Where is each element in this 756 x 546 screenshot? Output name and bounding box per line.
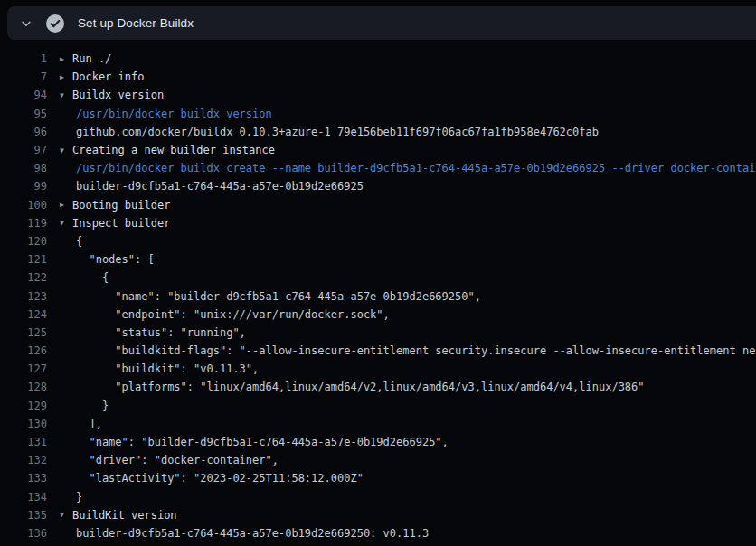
- log-text-container: {: [60, 235, 82, 248]
- log-line: 120{: [0, 232, 756, 250]
- log-output-text: builder-d9cfb5a1-c764-445a-a57e-0b19d2e6…: [60, 180, 364, 193]
- log-line: 121 "nodes": [: [0, 250, 756, 268]
- line-number[interactable]: 127: [0, 362, 47, 375]
- line-number[interactable]: 131: [0, 436, 47, 448]
- line-number[interactable]: 96: [0, 126, 47, 138]
- log-line: 94▼Buildx version: [0, 86, 756, 104]
- log-output-text: "platforms": "linux/amd64,linux/amd64/v2…: [60, 381, 645, 393]
- line-number[interactable]: 125: [0, 326, 47, 339]
- log-line: 132 "driver": "docker-container",: [0, 451, 756, 469]
- log-output-text: }: [60, 491, 82, 504]
- log-output-text: "buildkitd-flags": "--allow-insecure-ent…: [60, 344, 756, 357]
- log-output-text: ],: [60, 418, 102, 430]
- line-number[interactable]: 100: [0, 199, 47, 212]
- log-text-container: "platforms": "linux/amd64,linux/amd64/v2…: [60, 381, 645, 393]
- log-text-container: /usr/bin/docker buildx create --name bui…: [60, 162, 756, 174]
- line-number[interactable]: 124: [0, 308, 47, 321]
- log-line: 135▼BuildKit version: [0, 506, 756, 524]
- line-number[interactable]: 130: [0, 418, 47, 430]
- log-line: 133 "lastActivity": "2023-02-25T11:58:12…: [0, 469, 756, 487]
- line-number[interactable]: 129: [0, 400, 47, 412]
- group-collapsed-icon: ▶: [60, 201, 72, 209]
- log-text-container: ],: [60, 418, 102, 430]
- group-expanded-icon: ▼: [60, 219, 72, 227]
- log-group-toggle[interactable]: ▼Buildx version: [60, 89, 164, 101]
- log-line: 97▼Creating a new builder instance: [0, 141, 756, 159]
- log-line: 126 "buildkitd-flags": "--allow-insecure…: [0, 342, 756, 360]
- log-text-container: "nodes": [: [60, 253, 155, 266]
- line-number[interactable]: 98: [0, 162, 47, 174]
- log-output-text: "name": "builder-d9cfb5a1-c764-445a-a57e…: [60, 290, 481, 303]
- log-text-container: builder-d9cfb5a1-c764-445a-a57e-0b19d2e6…: [60, 180, 364, 193]
- line-number[interactable]: 132: [0, 454, 47, 466]
- line-number[interactable]: 95: [0, 108, 47, 120]
- line-number[interactable]: 134: [0, 491, 47, 504]
- log-line: 127 "buildkit": "v0.11.3",: [0, 360, 756, 378]
- log-line: 128 "platforms": "linux/amd64,linux/amd6…: [0, 378, 756, 396]
- log-line: 98/usr/bin/docker buildx create --name b…: [0, 159, 756, 177]
- chevron-down-icon[interactable]: [20, 17, 33, 30]
- line-number[interactable]: 133: [0, 472, 47, 485]
- log-line: 7▶Docker info: [0, 68, 756, 86]
- log-text-container: "name": "builder-d9cfb5a1-c764-445a-a57e…: [60, 436, 449, 448]
- log-line: 99builder-d9cfb5a1-c764-445a-a57e-0b19d2…: [0, 177, 756, 195]
- log-text-container: /usr/bin/docker buildx version: [60, 108, 272, 120]
- log-output-text: "endpoint": "unix:///var/run/docker.sock…: [60, 308, 390, 321]
- group-expanded-icon: ▼: [60, 91, 72, 99]
- group-collapsed-icon: ▶: [60, 55, 72, 63]
- line-number[interactable]: 7: [0, 71, 47, 83]
- line-number[interactable]: 136: [0, 527, 47, 540]
- log-output-text: {: [60, 235, 82, 248]
- log-group-toggle[interactable]: ▶Docker info: [60, 71, 144, 83]
- log-text-container: "buildkit": "v0.11.3",: [60, 362, 259, 375]
- log-text-container: github.com/docker/buildx 0.10.3+azure-1 …: [60, 126, 599, 138]
- log-group-toggle[interactable]: ▼Inspect builder: [60, 217, 170, 230]
- group-expanded-icon: ▼: [60, 146, 72, 155]
- log-output-text: {: [60, 271, 109, 284]
- log-line: 122 {: [0, 268, 756, 287]
- log-line: 124 "endpoint": "unix:///var/run/docker.…: [0, 306, 756, 324]
- group-title: BuildKit version: [72, 509, 177, 522]
- log-group-toggle[interactable]: ▼BuildKit version: [60, 509, 177, 522]
- log-output-text: }: [60, 400, 109, 412]
- log-output-text: builder-d9cfb5a1-c764-445a-a57e-0b19d2e6…: [60, 527, 429, 540]
- log-viewer: 1▶Run ./7▶Docker info94▼Buildx version95…: [0, 40, 756, 546]
- step-title: Set up Docker Buildx: [78, 16, 194, 30]
- log-line: 119▼Inspect builder: [0, 214, 756, 232]
- line-number[interactable]: 99: [0, 180, 47, 193]
- log-line: 1▶Run ./: [0, 50, 756, 68]
- group-title: Buildx version: [72, 89, 164, 101]
- step-header[interactable]: Set up Docker Buildx: [7, 6, 756, 40]
- line-number[interactable]: 128: [0, 381, 47, 393]
- line-number[interactable]: 94: [0, 89, 47, 101]
- line-number[interactable]: 121: [0, 253, 47, 266]
- line-number[interactable]: 97: [0, 144, 47, 156]
- line-number[interactable]: 122: [0, 271, 47, 284]
- group-title: Creating a new builder instance: [72, 144, 275, 156]
- line-number[interactable]: 135: [0, 509, 47, 522]
- log-group-toggle[interactable]: ▶Run ./: [60, 52, 111, 65]
- line-number[interactable]: 1: [0, 52, 47, 65]
- log-output-text: "buildkit": "v0.11.3",: [60, 362, 259, 375]
- log-line: 123 "name": "builder-d9cfb5a1-c764-445a-…: [0, 287, 756, 305]
- line-number[interactable]: 119: [0, 217, 47, 230]
- group-title: Inspect builder: [72, 217, 170, 230]
- log-text-container: "driver": "docker-container",: [60, 454, 279, 466]
- log-output-text: github.com/docker/buildx 0.10.3+azure-1 …: [60, 126, 599, 138]
- line-number[interactable]: 126: [0, 344, 47, 357]
- log-line: 96github.com/docker/buildx 0.10.3+azure-…: [0, 123, 756, 141]
- log-text-container: "name": "builder-d9cfb5a1-c764-445a-a57e…: [60, 290, 481, 303]
- line-number[interactable]: 123: [0, 290, 47, 303]
- log-command-text: /usr/bin/docker buildx version: [60, 108, 272, 120]
- log-line: 129 }: [0, 397, 756, 415]
- log-group-toggle[interactable]: ▼Creating a new builder instance: [60, 144, 275, 156]
- check-circle-icon: [46, 14, 64, 33]
- log-text-container: }: [60, 400, 109, 412]
- line-number[interactable]: 120: [0, 235, 47, 248]
- log-command-text: /usr/bin/docker buildx create --name bui…: [60, 162, 756, 174]
- log-line: 136builder-d9cfb5a1-c764-445a-a57e-0b19d…: [0, 524, 756, 542]
- log-text-container: {: [60, 271, 109, 284]
- log-line: 131 "name": "builder-d9cfb5a1-c764-445a-…: [0, 433, 756, 451]
- log-group-toggle[interactable]: ▶Booting builder: [60, 199, 170, 212]
- log-output-text: "lastActivity": "2023-02-25T11:58:12.000…: [60, 472, 364, 485]
